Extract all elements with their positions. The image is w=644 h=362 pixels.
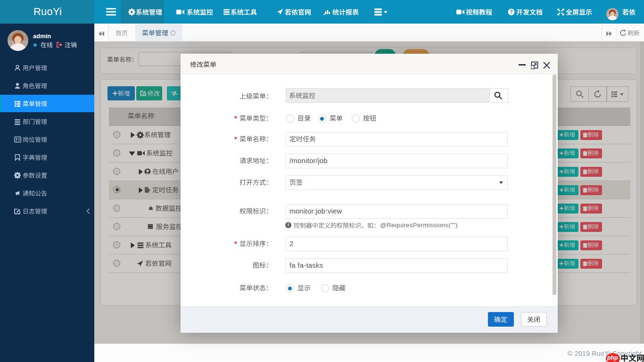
svg-text:?: ?: [510, 9, 512, 15]
